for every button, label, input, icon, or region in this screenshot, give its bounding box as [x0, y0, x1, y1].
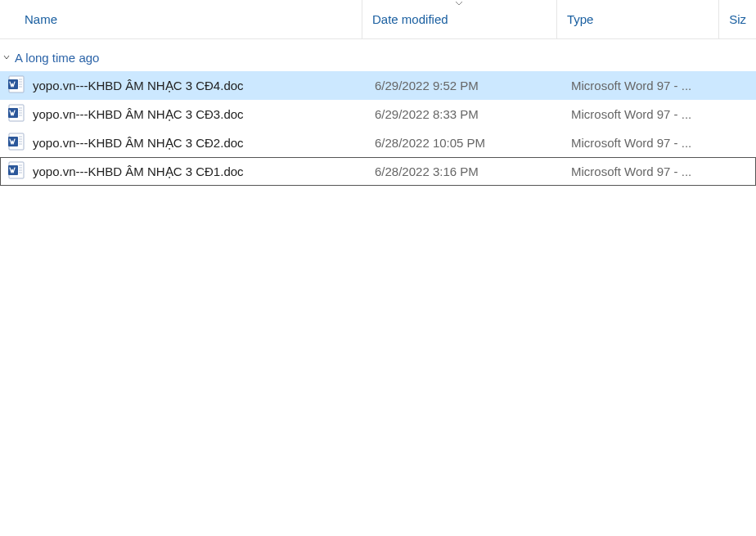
column-header-name[interactable]: Name: [0, 0, 362, 38]
file-name-label: yopo.vn---KHBD ÂM NHẠC 3 CĐ1.doc: [33, 164, 244, 179]
file-type-cell: Microsoft Word 97 - ...: [561, 107, 725, 121]
file-name-label: yopo.vn---KHBD ÂM NHẠC 3 CĐ4.doc: [33, 79, 244, 93]
svg-rect-13: [8, 137, 18, 146]
file-type-cell: Microsoft Word 97 - ...: [561, 79, 725, 92]
column-header-name-label: Name: [25, 12, 57, 26]
file-type-cell: Microsoft Word 97 - ...: [561, 164, 725, 178]
file-name-label: yopo.vn---KHBD ÂM NHẠC 3 CĐ2.doc: [33, 136, 244, 151]
word-doc-icon: [8, 104, 25, 124]
word-doc-icon: [8, 75, 25, 96]
file-type-cell: Microsoft Word 97 - ...: [561, 136, 725, 150]
file-row[interactable]: yopo.vn---KHBD ÂM NHẠC 3 CĐ4.doc6/29/202…: [0, 71, 756, 100]
group-header-label: A long time ago: [15, 51, 99, 65]
file-date-cell: 6/29/2022 9:52 PM: [365, 79, 561, 92]
file-list: yopo.vn---KHBD ÂM NHẠC 3 CĐ4.doc6/29/202…: [0, 71, 756, 186]
file-name-cell: yopo.vn---KHBD ÂM NHẠC 3 CĐ1.doc: [8, 161, 365, 182]
file-name-cell: yopo.vn---KHBD ÂM NHẠC 3 CĐ2.doc: [8, 133, 365, 153]
column-header-size[interactable]: Siz: [718, 0, 756, 38]
column-header-date-label: Date modified: [372, 12, 448, 26]
file-row[interactable]: yopo.vn---KHBD ÂM NHẠC 3 CĐ1.doc6/28/202…: [0, 157, 756, 186]
svg-rect-19: [8, 165, 18, 175]
file-date-cell: 6/29/2022 8:33 PM: [365, 107, 561, 121]
column-header-date[interactable]: Date modified: [362, 0, 556, 38]
file-row[interactable]: yopo.vn---KHBD ÂM NHẠC 3 CĐ2.doc6/28/202…: [0, 128, 756, 157]
word-doc-icon: [8, 133, 25, 153]
file-name-label: yopo.vn---KHBD ÂM NHẠC 3 CĐ3.doc: [33, 107, 244, 122]
file-name-cell: yopo.vn---KHBD ÂM NHẠC 3 CĐ3.doc: [8, 104, 365, 124]
file-date-cell: 6/28/2022 3:16 PM: [365, 164, 561, 178]
column-headers: Name Date modified Type Siz: [0, 0, 756, 39]
column-header-size-label: Siz: [729, 12, 746, 26]
sort-indicator-icon: [455, 0, 463, 7]
column-header-type-label: Type: [567, 12, 594, 26]
chevron-down-icon: [2, 53, 11, 63]
word-doc-icon: [8, 161, 25, 182]
file-date-cell: 6/28/2022 10:05 PM: [365, 136, 561, 150]
group-header[interactable]: A long time ago: [0, 39, 756, 71]
file-name-cell: yopo.vn---KHBD ÂM NHẠC 3 CĐ4.doc: [8, 75, 365, 96]
file-row[interactable]: yopo.vn---KHBD ÂM NHẠC 3 CĐ3.doc6/29/202…: [0, 100, 756, 128]
svg-rect-1: [8, 79, 18, 89]
column-header-type[interactable]: Type: [556, 0, 718, 38]
svg-rect-7: [8, 108, 18, 118]
